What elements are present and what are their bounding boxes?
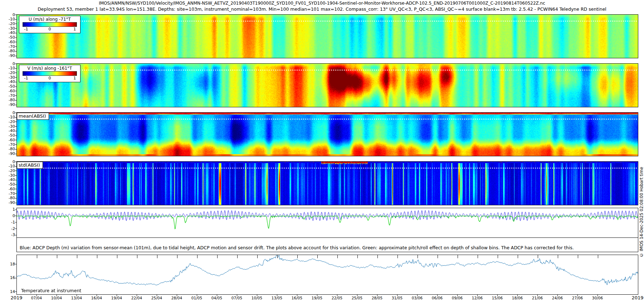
x-date-label: 22/05 — [329, 296, 345, 300]
y-tick-label: 0 — [0, 160, 15, 164]
x-date-label: 24/06 — [549, 296, 566, 300]
v-colorbar-tick-zero: 0 — [49, 76, 51, 80]
y-tick-label: -2 — [0, 226, 15, 231]
y-tick-label: -40 — [0, 79, 15, 84]
y-tick-label: -80 — [0, 98, 15, 102]
y-tick-mark — [15, 193, 16, 194]
y-tick-mark — [15, 91, 16, 91]
y-tick-mark — [15, 154, 16, 154]
y-tick-mark — [15, 113, 16, 113]
x-tick-mark — [117, 295, 117, 296]
y-tick-label: 0 — [0, 111, 15, 115]
x-tick-mark — [337, 295, 337, 296]
adcp-velocity-figure: IMOS/ANMN/NSW/SYD100/Velocity/IMOS_ANMN-… — [0, 0, 644, 304]
y-tick-label: -90 — [0, 102, 15, 107]
y-tick-label: -40 — [0, 177, 15, 182]
y-tick-mark — [15, 162, 16, 162]
x-date-label: 07/04 — [28, 296, 45, 300]
y-tick-mark — [15, 51, 16, 52]
figure-subtitle-deployment-info: Deployment 53, member 1 lat=33.94S lon=1… — [0, 6, 644, 12]
x-date-label: 18/06 — [509, 296, 526, 300]
y-tick-label: 16 — [0, 275, 15, 280]
y-tick-label: -60 — [0, 187, 15, 191]
y-tick-mark — [15, 38, 16, 38]
u-velocity-heatmap — [17, 15, 638, 58]
y-tick-label: -50 — [0, 133, 15, 138]
x-tick-mark — [77, 295, 77, 296]
v-velocity-heatmap — [17, 64, 638, 107]
y-tick-label: -20 — [0, 70, 15, 75]
y-tick-label: 1 — [0, 207, 15, 212]
y-tick-mark — [15, 56, 16, 56]
y-tick-mark — [15, 264, 16, 264]
y-tick-label: 0 — [0, 13, 15, 17]
y-tick-label: 0 — [0, 214, 15, 218]
x-tick-mark — [277, 295, 277, 296]
y-tick-mark — [15, 68, 16, 69]
y-tick-mark — [15, 144, 16, 145]
y-tick-mark — [15, 203, 16, 203]
x-date-label: 15/06 — [489, 296, 506, 300]
x-date-label: 04/05 — [209, 296, 225, 300]
y-tick-label: -50 — [0, 182, 15, 187]
x-date-label: 12/06 — [469, 296, 486, 300]
x-date-label: 25/04 — [148, 296, 165, 300]
x-date-label: 30/06 — [589, 296, 606, 300]
x-tick-mark — [357, 295, 357, 296]
y-tick-label: 14 — [0, 289, 15, 294]
x-date-label: 31/05 — [389, 296, 405, 300]
y-tick-mark — [15, 100, 16, 100]
y-tick-mark — [15, 216, 16, 216]
mean-absi-heatmap — [17, 113, 638, 156]
depth-note-box: Blue: ADCP Depth (m) variation from sens… — [16, 237, 638, 252]
y-tick-mark — [15, 166, 16, 167]
y-tick-label: -50 — [0, 35, 15, 40]
y-tick-mark — [15, 42, 16, 42]
x-year-label-left: 2019 — [9, 295, 24, 300]
x-tick-mark — [157, 295, 157, 296]
std-absi-heatmap — [17, 162, 638, 205]
y-tick-label: -60 — [0, 89, 15, 93]
x-date-label: 07/05 — [229, 296, 245, 300]
y-tick-mark — [15, 180, 16, 180]
x-tick-mark — [557, 295, 558, 296]
y-tick-mark — [15, 185, 16, 185]
y-tick-mark — [15, 198, 16, 198]
x-date-label: 16/04 — [88, 296, 105, 300]
mean-absi-label: mean(ABSI) — [17, 113, 49, 120]
u-colorbar-title: U (m/s) along -71°T — [19, 16, 80, 22]
x-tick-mark — [237, 295, 237, 296]
x-tick-mark — [377, 295, 377, 296]
x-tick-mark — [317, 295, 317, 296]
y-tick-label: 18 — [0, 262, 15, 266]
y-tick-mark — [15, 95, 16, 96]
y-tick-mark — [15, 64, 16, 64]
y-tick-mark — [15, 28, 16, 29]
std-absi-label: std(ABSI) — [17, 162, 43, 169]
x-date-label: 28/04 — [169, 296, 185, 300]
v-colorbar: V (m/s) along -161°T -1 0 1 — [19, 65, 80, 82]
y-tick-label: -10 — [0, 115, 15, 119]
x-date-label: 16/05 — [289, 296, 305, 300]
y-tick-label: -50 — [0, 84, 15, 89]
v-velocity-panel: V (m/s) along -161°T -1 0 1 — [16, 63, 638, 107]
y-tick-mark — [15, 105, 16, 105]
x-date-label: 21/06 — [529, 296, 546, 300]
depth-variation-panel — [16, 208, 638, 238]
y-tick-label: -40 — [0, 30, 15, 35]
x-date-label: 19/04 — [108, 296, 125, 300]
y-tick-label: -1 — [0, 220, 15, 225]
y-tick-mark — [15, 131, 16, 131]
x-date-label: 22/04 — [128, 296, 145, 300]
u-colorbar-tick-max: 1 — [73, 27, 76, 31]
y-tick-mark — [15, 24, 16, 24]
x-tick-mark — [397, 295, 397, 296]
y-tick-mark — [15, 278, 16, 278]
u-colorbar-gradient — [23, 22, 77, 27]
x-tick-mark — [457, 295, 458, 296]
y-tick-label: 0 — [0, 62, 15, 66]
y-tick-label: -90 — [0, 53, 15, 58]
y-tick-label: -90 — [0, 200, 15, 205]
y-tick-mark — [15, 222, 16, 222]
y-tick-mark — [15, 73, 16, 73]
